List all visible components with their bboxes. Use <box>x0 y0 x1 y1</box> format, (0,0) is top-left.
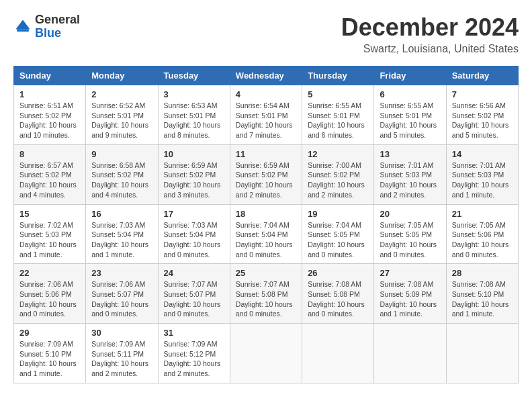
day-number: 31 <box>164 328 224 338</box>
header: General Blue December 2024 Swartz, Louis… <box>13 13 519 55</box>
header-day: Wednesday <box>230 66 302 85</box>
location: Swartz, Louisiana, United States <box>341 43 519 55</box>
logo-blue: Blue <box>35 27 80 40</box>
calendar-cell <box>230 324 302 383</box>
day-info: Sunrise: 7:05 AM Sunset: 5:06 PM Dayligh… <box>452 220 513 260</box>
day-info: Sunrise: 6:53 AM Sunset: 5:01 PM Dayligh… <box>164 101 224 140</box>
day-info: Sunrise: 7:08 AM Sunset: 5:10 PM Dayligh… <box>452 279 513 319</box>
calendar-cell: 23Sunrise: 7:06 AM Sunset: 5:07 PM Dayli… <box>86 264 158 324</box>
day-info: Sunrise: 7:02 AM Sunset: 5:03 PM Dayligh… <box>19 220 80 260</box>
day-number: 23 <box>91 268 152 278</box>
day-number: 13 <box>380 149 440 159</box>
day-number: 30 <box>91 328 152 338</box>
day-number: 20 <box>380 209 440 219</box>
calendar-week-row: 22Sunrise: 7:06 AM Sunset: 5:06 PM Dayli… <box>14 264 519 324</box>
calendar-cell: 18Sunrise: 7:04 AM Sunset: 5:04 PM Dayli… <box>230 204 302 264</box>
day-number: 18 <box>236 209 296 219</box>
calendar-cell: 30Sunrise: 7:09 AM Sunset: 5:11 PM Dayli… <box>86 324 158 383</box>
title-area: December 2024 Swartz, Louisiana, United … <box>341 13 519 55</box>
calendar-cell: 29Sunrise: 7:09 AM Sunset: 5:10 PM Dayli… <box>14 324 86 383</box>
day-number: 4 <box>236 89 296 99</box>
calendar-table: SundayMondayTuesdayWednesdayThursdayFrid… <box>13 66 519 383</box>
day-info: Sunrise: 6:56 AM Sunset: 5:02 PM Dayligh… <box>452 101 513 140</box>
calendar-cell: 6Sunrise: 6:55 AM Sunset: 5:01 PM Daylig… <box>374 85 446 145</box>
day-info: Sunrise: 6:55 AM Sunset: 5:01 PM Dayligh… <box>308 101 368 140</box>
day-info: Sunrise: 6:51 AM Sunset: 5:02 PM Dayligh… <box>19 101 80 140</box>
day-number: 24 <box>164 268 224 278</box>
day-info: Sunrise: 7:05 AM Sunset: 5:05 PM Dayligh… <box>380 220 440 260</box>
day-number: 3 <box>164 89 224 99</box>
day-number: 21 <box>452 209 513 219</box>
calendar-cell: 12Sunrise: 7:00 AM Sunset: 5:02 PM Dayli… <box>302 144 374 204</box>
day-info: Sunrise: 6:59 AM Sunset: 5:02 PM Dayligh… <box>236 161 296 200</box>
header-row: SundayMondayTuesdayWednesdayThursdayFrid… <box>14 66 519 85</box>
calendar-cell: 4Sunrise: 6:54 AM Sunset: 5:01 PM Daylig… <box>230 85 302 145</box>
header-day: Saturday <box>446 66 518 85</box>
header-day: Thursday <box>302 66 374 85</box>
day-number: 22 <box>19 268 80 278</box>
calendar-cell: 14Sunrise: 7:01 AM Sunset: 5:03 PM Dayli… <box>446 144 518 204</box>
calendar-cell: 22Sunrise: 7:06 AM Sunset: 5:06 PM Dayli… <box>14 264 86 324</box>
header-day: Tuesday <box>158 66 230 85</box>
calendar-week-row: 8Sunrise: 6:57 AM Sunset: 5:02 PM Daylig… <box>14 144 519 204</box>
day-info: Sunrise: 7:04 AM Sunset: 5:04 PM Dayligh… <box>236 220 296 260</box>
calendar-cell: 1Sunrise: 6:51 AM Sunset: 5:02 PM Daylig… <box>14 85 86 145</box>
day-number: 29 <box>19 328 80 338</box>
day-number: 11 <box>236 149 296 159</box>
day-info: Sunrise: 7:07 AM Sunset: 5:07 PM Dayligh… <box>164 279 224 319</box>
calendar-cell: 26Sunrise: 7:08 AM Sunset: 5:08 PM Dayli… <box>302 264 374 324</box>
logo-icon <box>13 17 32 36</box>
calendar-cell: 27Sunrise: 7:08 AM Sunset: 5:09 PM Dayli… <box>374 264 446 324</box>
header-day: Friday <box>374 66 446 85</box>
day-info: Sunrise: 6:54 AM Sunset: 5:01 PM Dayligh… <box>236 101 296 140</box>
day-info: Sunrise: 7:06 AM Sunset: 5:06 PM Dayligh… <box>19 279 80 319</box>
day-info: Sunrise: 7:01 AM Sunset: 5:03 PM Dayligh… <box>380 161 440 200</box>
calendar-cell: 19Sunrise: 7:04 AM Sunset: 5:05 PM Dayli… <box>302 204 374 264</box>
day-number: 9 <box>91 149 152 159</box>
calendar-cell: 20Sunrise: 7:05 AM Sunset: 5:05 PM Dayli… <box>374 204 446 264</box>
day-number: 19 <box>308 209 368 219</box>
calendar-cell: 21Sunrise: 7:05 AM Sunset: 5:06 PM Dayli… <box>446 204 518 264</box>
day-info: Sunrise: 7:01 AM Sunset: 5:03 PM Dayligh… <box>452 161 513 200</box>
calendar-cell: 8Sunrise: 6:57 AM Sunset: 5:02 PM Daylig… <box>14 144 86 204</box>
logo-text: General Blue <box>35 13 80 40</box>
header-day: Sunday <box>14 66 86 85</box>
calendar-cell: 16Sunrise: 7:03 AM Sunset: 5:04 PM Dayli… <box>86 204 158 264</box>
day-info: Sunrise: 7:07 AM Sunset: 5:08 PM Dayligh… <box>236 279 296 319</box>
svg-marker-0 <box>16 19 30 29</box>
day-number: 1 <box>19 89 80 99</box>
day-number: 28 <box>452 268 513 278</box>
calendar-cell: 28Sunrise: 7:08 AM Sunset: 5:10 PM Dayli… <box>446 264 518 324</box>
day-number: 5 <box>308 89 368 99</box>
day-info: Sunrise: 6:52 AM Sunset: 5:01 PM Dayligh… <box>91 101 152 140</box>
day-info: Sunrise: 7:09 AM Sunset: 5:11 PM Dayligh… <box>91 339 152 379</box>
day-number: 7 <box>452 89 513 99</box>
day-number: 25 <box>236 268 296 278</box>
day-number: 15 <box>19 209 80 219</box>
calendar-cell: 9Sunrise: 6:58 AM Sunset: 5:02 PM Daylig… <box>86 144 158 204</box>
calendar-week-row: 1Sunrise: 6:51 AM Sunset: 5:02 PM Daylig… <box>14 85 519 145</box>
day-info: Sunrise: 7:04 AM Sunset: 5:05 PM Dayligh… <box>308 220 368 260</box>
calendar-cell: 11Sunrise: 6:59 AM Sunset: 5:02 PM Dayli… <box>230 144 302 204</box>
calendar-cell: 5Sunrise: 6:55 AM Sunset: 5:01 PM Daylig… <box>302 85 374 145</box>
day-info: Sunrise: 7:08 AM Sunset: 5:09 PM Dayligh… <box>380 279 440 319</box>
calendar-cell: 17Sunrise: 7:03 AM Sunset: 5:04 PM Dayli… <box>158 204 230 264</box>
calendar-cell <box>374 324 446 383</box>
day-info: Sunrise: 7:00 AM Sunset: 5:02 PM Dayligh… <box>308 161 368 200</box>
day-info: Sunrise: 7:03 AM Sunset: 5:04 PM Dayligh… <box>91 220 152 260</box>
day-info: Sunrise: 6:58 AM Sunset: 5:02 PM Dayligh… <box>91 161 152 200</box>
month-title: December 2024 <box>341 13 519 42</box>
day-number: 26 <box>308 268 368 278</box>
day-number: 10 <box>164 149 224 159</box>
calendar-cell: 10Sunrise: 6:59 AM Sunset: 5:02 PM Dayli… <box>158 144 230 204</box>
calendar-cell: 3Sunrise: 6:53 AM Sunset: 5:01 PM Daylig… <box>158 85 230 145</box>
day-info: Sunrise: 7:08 AM Sunset: 5:08 PM Dayligh… <box>308 279 368 319</box>
day-info: Sunrise: 6:57 AM Sunset: 5:02 PM Dayligh… <box>19 161 80 200</box>
calendar-cell: 25Sunrise: 7:07 AM Sunset: 5:08 PM Dayli… <box>230 264 302 324</box>
day-number: 12 <box>308 149 368 159</box>
svg-rect-1 <box>17 29 29 32</box>
day-info: Sunrise: 7:03 AM Sunset: 5:04 PM Dayligh… <box>164 220 224 260</box>
day-number: 16 <box>91 209 152 219</box>
day-number: 2 <box>91 89 152 99</box>
day-number: 14 <box>452 149 513 159</box>
